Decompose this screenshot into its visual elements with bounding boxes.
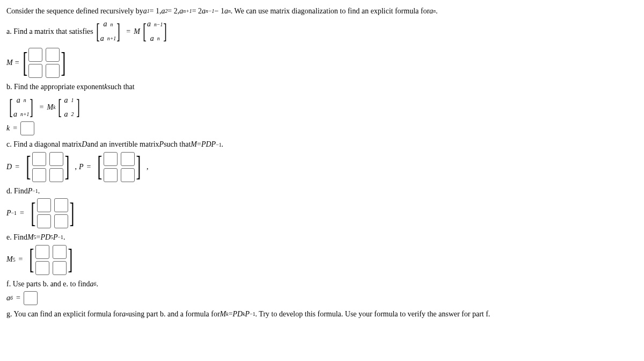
D-01[interactable] [49,152,63,166]
eq: = [20,207,24,219]
M-input-00[interactable] [28,48,42,62]
eq: = [19,254,23,265]
g-t1: g. You can find an explicit formula for [6,308,122,320]
bracket-icon: [ [96,23,100,40]
part-b-text2: such that [108,81,135,93]
M-input-11[interactable] [46,64,60,78]
M-input-01[interactable] [46,48,60,62]
vector-an: [ an an+1 ] [96,18,121,45]
rec-l-sub: n+1 [183,7,192,16]
eq: = [13,122,17,134]
g-PD: PD [233,308,243,320]
M-input-10[interactable] [28,64,42,78]
vector-an-b: [ an an+1 ] [9,95,34,121]
rec-l: a [179,5,183,17]
e-neg1: −1 [58,233,63,242]
f-a: a [90,278,94,290]
c-text1: c. Find a diagonal matrix [6,139,82,150]
vector-an-1: [ an−1 an ] [142,18,168,45]
e-M: M [27,232,34,243]
M5-10[interactable] [35,261,49,275]
k-sup: k [53,103,55,112]
P-10[interactable] [104,168,118,182]
D-label: D [6,161,12,173]
c-P: P [159,139,164,150]
bracket-icon: ] [76,99,80,115]
Mk: M [47,102,53,113]
M5-00[interactable] [35,245,49,259]
bracket-icon: ] [69,202,74,225]
D-matrix: [ ] [25,152,70,182]
comma: , [75,161,77,173]
part-b-text: b. Find the appropriate exponent [6,81,104,93]
eq3: = 2 [192,5,202,17]
P-00[interactable] [104,152,118,166]
M5-11[interactable] [53,261,67,275]
bracket-icon: [ [9,99,13,115]
e-P2: P [53,232,58,243]
period: . [436,5,438,17]
bracket-icon: [ [143,23,147,40]
k-input[interactable] [20,121,34,135]
eq2: = 2, [167,5,179,17]
d-text: d. Find [6,185,28,197]
part-a-text: a. Find a matrix that satisfies [6,26,93,38]
intro-text: Consider the sequence defined recursivel… [6,5,638,17]
eq1: = 1, [150,5,162,17]
suffix1: . We can use matrix diagonalization to f… [231,5,429,17]
f-period: . [96,278,98,290]
part-e: e. Find M5 = PD5 P−1 . M5 = [ ] [6,232,638,275]
g-P: P [245,308,250,320]
part-b: b. Find the appropriate exponent k such … [6,81,638,135]
Pinv-00[interactable] [37,198,51,212]
rec-m: a [202,5,206,17]
g-a: a [122,308,126,320]
bracket-icon: ] [30,99,34,115]
bracket-icon: ] [64,155,69,178]
bracket-icon: ] [61,52,66,75]
D-10[interactable] [32,168,46,182]
e-text: e. Find [6,232,27,243]
c-neg1: −1 [216,141,221,149]
g-M: M [220,308,226,320]
a1: a [143,5,147,17]
P-11[interactable] [121,168,135,182]
Pinv-10[interactable] [37,214,51,228]
D-00[interactable] [32,152,46,166]
part-c: c. Find a diagonal matrix D and an inver… [6,139,638,182]
Pinv-matrix: [ ] [30,198,75,228]
e-PD: PD [40,232,50,243]
g-t3: . Try to develop this formula. Use your … [255,308,491,320]
Pinv-label-p: P [6,207,11,219]
vector-a1a2: [ a1 a2 ] [57,95,80,121]
e-period: . [63,232,65,243]
P-01[interactable] [121,152,135,166]
M-input-row: M= [ ] [6,48,638,78]
a6-label-a: a [6,292,10,304]
comma2: , [147,161,149,173]
part-a-prompt: a. Find a matrix that satisfies [ an an+… [6,18,638,45]
an: a [429,5,433,17]
bracket-icon: ] [68,248,73,271]
a2: a [161,5,165,17]
rec-r: a [224,5,228,17]
eq: = [16,292,20,304]
bracket-icon: [ [31,202,35,225]
c-text3: such that [164,139,191,150]
intro-prefix: Consider the sequence defined recursivel… [6,5,143,17]
Pinv-01[interactable] [54,198,68,212]
bracket-icon: ] [136,155,141,178]
Pinv-11[interactable] [54,214,68,228]
c-eq: = [197,139,201,150]
f-text: f. Use parts b. and e. to find [6,278,90,290]
M5-label-sup: 5 [13,256,16,264]
M5-01[interactable] [53,245,67,259]
M5-label-m: M [6,254,13,265]
D-11[interactable] [49,168,63,182]
Pinv-label-sup: −1 [11,209,17,218]
d-period: . [38,185,40,197]
equals: = [40,102,44,113]
bracket-icon: ] [164,23,167,40]
a6-input[interactable] [24,291,38,305]
part-d: d. Find P−1 . P−1 = [ ] [6,185,638,228]
